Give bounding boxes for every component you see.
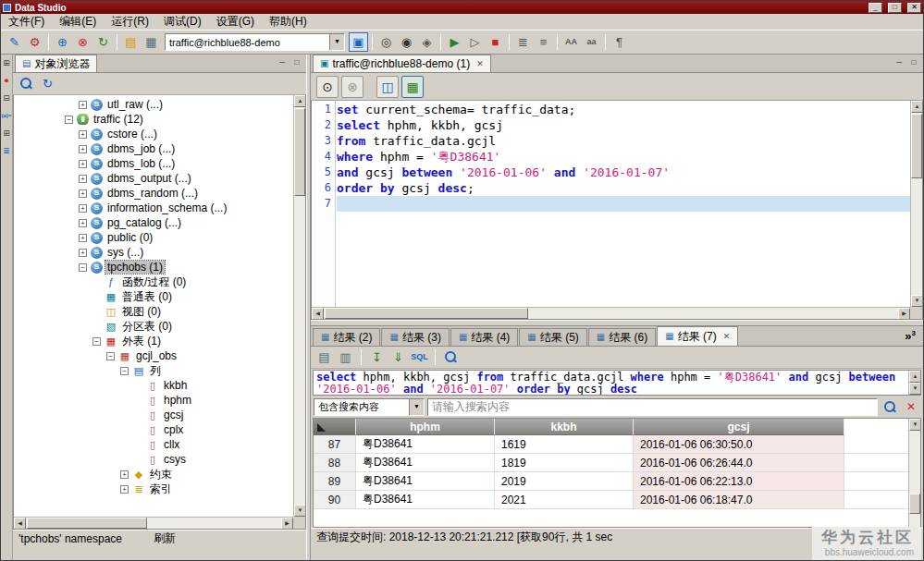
tree-expander-icon[interactable]: +	[79, 175, 87, 183]
code-line[interactable]: select hphm, kkbh, gcsj	[337, 117, 910, 133]
menu-help[interactable]: 帮助(H)	[262, 13, 314, 30]
menu-file[interactable]: 文件(F)	[1, 13, 52, 30]
sql-badge-icon[interactable]: SQL	[411, 348, 428, 366]
add-connection-icon[interactable]: ⊕	[53, 32, 72, 52]
editor-vertical-scrollbar[interactable]: ▲ ▼	[910, 101, 922, 307]
tree-expander-icon[interactable]: +	[79, 234, 87, 242]
code-line[interactable]: from traffic_data.gcjl	[337, 133, 910, 149]
tree-item[interactable]: ▯hphm	[14, 393, 293, 408]
cell-gcsj[interactable]: 2016-01-06 06:18:47.0	[634, 491, 844, 508]
stop-icon[interactable]: ■	[486, 32, 505, 52]
tree-expander-icon[interactable]: +	[79, 101, 87, 109]
tree-item[interactable]: +Sdbms_random (...)	[14, 186, 293, 201]
explain-icon[interactable]: ◈	[417, 32, 437, 52]
minimize-button[interactable]: _	[869, 3, 882, 13]
tab-result-2[interactable]: ▦结果 (2)	[313, 328, 380, 346]
preview-scrollbar[interactable]: ▲ ▼	[908, 371, 920, 395]
tree-item[interactable]: −Stpchobs (1)	[14, 260, 293, 274]
copy-table-icon[interactable]: ▥	[337, 348, 354, 366]
scroll-up-icon[interactable]: ▲	[911, 101, 923, 113]
tree-item[interactable]: ▯csys	[14, 452, 293, 467]
tree-expander-icon[interactable]: +	[79, 189, 87, 198]
tree-item[interactable]: +Sutl_raw (...)	[14, 97, 293, 112]
tree-expander-icon[interactable]: +	[120, 470, 129, 479]
tree-vertical-scrollbar[interactable]: ▲ ▼	[293, 95, 305, 517]
outline-view-icon[interactable]: ≣	[1, 144, 12, 156]
scroll-down-icon[interactable]: ▼	[909, 419, 921, 431]
scroll-down-icon[interactable]: ▼	[909, 383, 921, 395]
tree-item[interactable]: −▮traffic (12)	[14, 112, 293, 127]
dropdown-arrow-icon[interactable]: ▼	[329, 34, 344, 50]
cell-gcsj[interactable]: 2016-01-06 06:30:50.0	[634, 435, 844, 453]
tree-item[interactable]: +Spublic (0)	[14, 230, 293, 245]
minimize-view-button[interactable]: ─	[276, 57, 289, 69]
cancel-execution-icon[interactable]: ⊗	[341, 76, 363, 98]
cell-hphm[interactable]: 粤D38641	[356, 454, 495, 471]
select-all-corner[interactable]	[314, 419, 356, 435]
tree-item[interactable]: +Scstore (...)	[14, 127, 293, 141]
column-header-hphm[interactable]: hphm	[356, 419, 495, 435]
scroll-left-icon[interactable]: ◀	[14, 518, 26, 530]
comment-icon[interactable]: ¶	[610, 32, 629, 52]
tab-result-5[interactable]: ▦结果 (5)	[519, 328, 586, 346]
table-row[interactable]: 89粤D3864120192016-01-06 06:22:13.0	[314, 472, 908, 491]
menu-debug[interactable]: 调试(D)	[156, 13, 209, 30]
menu-run[interactable]: 运行(R)	[104, 13, 156, 30]
tree-expander-icon[interactable]: −	[120, 367, 129, 375]
horizontal-splitter[interactable]	[311, 320, 923, 326]
code-line[interactable]: order by gcsj desc;	[337, 180, 910, 196]
tab-sql-editor[interactable]: ▣ traffic@richblue88-demo (1) ✕	[313, 55, 491, 72]
cell-hphm[interactable]: 粤D38641	[356, 491, 495, 508]
cell-gcsj[interactable]: 2016-01-06 06:22:13.0	[634, 472, 844, 490]
code-line[interactable]: where hphm = '粤D38641'	[337, 149, 910, 165]
table-row[interactable]: 88粤D3864118192016-01-06 06:26:44.0	[314, 454, 908, 472]
console-view-icon[interactable]: ⊟	[1, 91, 12, 104]
tree-expander-icon[interactable]: +	[79, 160, 87, 168]
tree-item[interactable]: ▯cplx	[14, 422, 293, 437]
tree-expander-icon[interactable]: +	[120, 485, 129, 494]
scroll-up-icon[interactable]: ▲	[909, 371, 921, 383]
scrollbar-thumb[interactable]	[325, 308, 528, 319]
tree-item[interactable]: +Ssys (...)	[14, 245, 293, 260]
restore-view-icon[interactable]: ⊞	[1, 56, 12, 68]
tree-item[interactable]: +Sinformation_schema (...)	[14, 201, 293, 215]
tree-item[interactable]: ▯kkbh	[14, 378, 293, 393]
export-sql-icon[interactable]: ⇓	[389, 348, 407, 366]
tree-item[interactable]: +◆约束	[14, 467, 293, 482]
scrollbar-thumb[interactable]	[294, 108, 305, 196]
tree-item[interactable]: −▤列	[14, 363, 293, 378]
scrollbar-thumb[interactable]	[27, 518, 147, 529]
code-line[interactable]: and gcsj between '2016-01-06' and '2016-…	[337, 165, 910, 180]
table-row[interactable]: 90粤D3864120212016-01-06 06:18:47.0	[314, 491, 908, 509]
tree-item[interactable]: +Sdbms_lob (...)	[14, 156, 293, 171]
table-row[interactable]: 87粤D3864116192016-01-06 06:30:50.0	[314, 435, 908, 454]
minimize-editor-button[interactable]: ─	[893, 57, 906, 69]
menu-edit[interactable]: 编辑(E)	[52, 13, 104, 30]
tree-item[interactable]: ◫视图 (0)	[14, 304, 293, 319]
scroll-left-icon[interactable]: ◀	[312, 308, 324, 320]
open-file-icon[interactable]: ▤	[121, 32, 141, 52]
minimized-view-icon[interactable]: ⊞	[1, 127, 12, 139]
save-icon[interactable]: ▦	[142, 32, 161, 52]
scroll-down-icon[interactable]: ▼	[294, 505, 306, 517]
query-preview-line[interactable]: '2016-01-06' and '2016-01-07' order by g…	[316, 384, 906, 396]
cell-gcsj[interactable]: 2016-01-06 06:26:44.0	[634, 454, 844, 471]
connection-selector[interactable]: traffic@richblue88-demo▼	[165, 33, 345, 51]
copy-cell-icon[interactable]: ▤	[315, 348, 333, 366]
scroll-right-icon[interactable]: ▶	[898, 308, 910, 320]
tab-result-4[interactable]: ▦结果 (4)	[450, 328, 518, 346]
cell-kkbh[interactable]: 1819	[495, 454, 634, 471]
remove-connection-icon[interactable]: ⊗	[73, 32, 92, 52]
cell-kkbh[interactable]: 2019	[495, 472, 634, 490]
execute-statement-icon[interactable]: ⊙	[316, 76, 339, 98]
menu-settings[interactable]: 设置(G)	[209, 13, 262, 30]
refresh-tree-icon[interactable]: ↻	[39, 75, 56, 92]
record-icon[interactable]: ●	[1, 74, 12, 86]
tree-item[interactable]: −▦外表 (1)	[14, 334, 293, 348]
tree-expander-icon[interactable]: +	[79, 219, 87, 227]
titlebar[interactable]: Data Studio _ □ ✕	[1, 1, 923, 14]
tools-icon[interactable]: ⚙	[25, 32, 44, 52]
maximize-view-button[interactable]: □	[290, 57, 303, 69]
new-terminal-icon[interactable]: ▣	[349, 32, 368, 52]
export-results-icon[interactable]: ↧	[368, 348, 386, 366]
